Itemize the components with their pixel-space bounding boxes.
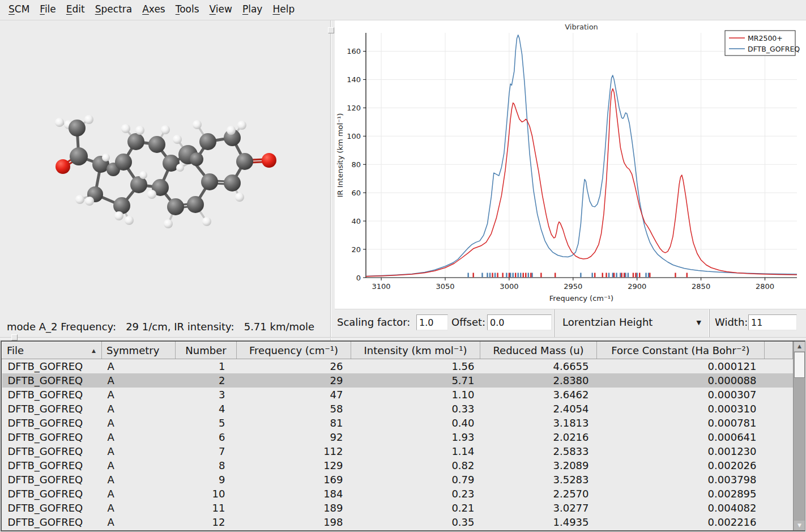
scaling-factor-input[interactable] <box>416 314 448 330</box>
column-header-symmetry[interactable]: Symmetry <box>102 342 176 359</box>
hydrogen-atom[interactable] <box>55 118 64 127</box>
table-row[interactable]: DFTB_GOFREQA121980.351.49350.002216 <box>2 515 793 529</box>
hydrogen-atom[interactable] <box>173 135 182 144</box>
oxygen-atom[interactable] <box>262 153 276 168</box>
mode-stick[interactable] <box>530 273 531 278</box>
hydrogen-atom[interactable] <box>227 126 236 135</box>
column-header-number[interactable]: Number <box>176 342 237 359</box>
mode-stick[interactable] <box>628 273 629 278</box>
mode-stick[interactable] <box>487 273 488 278</box>
hydrogen-atom[interactable] <box>161 125 170 134</box>
mode-stick[interactable] <box>648 273 649 278</box>
mode-stick[interactable] <box>580 273 581 278</box>
vertical-pane-sash[interactable] <box>327 20 335 341</box>
mode-stick[interactable] <box>531 273 532 278</box>
mode-stick[interactable] <box>613 273 615 278</box>
mode-stick[interactable] <box>518 273 519 278</box>
molecule-viewport[interactable]: mode A_2 Frequency: 29 1/cm, IR intensit… <box>0 20 327 340</box>
carbon-atom[interactable] <box>190 152 203 166</box>
hydrogen-atom[interactable] <box>147 190 156 199</box>
mode-stick[interactable] <box>472 273 474 278</box>
menu-item-play[interactable]: Play <box>237 0 267 18</box>
width-input[interactable] <box>748 314 797 330</box>
molecule-3d-model[interactable] <box>0 20 327 318</box>
mode-stick[interactable] <box>520 273 521 278</box>
mode-stick[interactable] <box>645 273 646 278</box>
sash-grip-icon[interactable] <box>328 27 334 33</box>
mode-stick[interactable] <box>637 273 638 278</box>
table-row[interactable]: DFTB_GOFREQA5810.403.18130.000781 <box>2 416 793 430</box>
menu-item-axes[interactable]: Axes <box>137 0 170 18</box>
scrollbar-thumb[interactable] <box>794 352 805 378</box>
mode-stick[interactable] <box>506 273 507 278</box>
menu-item-help[interactable]: Help <box>267 0 300 18</box>
mode-stick[interactable] <box>594 273 595 278</box>
mode-stick[interactable] <box>523 273 524 278</box>
mode-stick[interactable] <box>616 273 617 278</box>
mode-stick[interactable] <box>621 273 622 278</box>
mode-stick[interactable] <box>612 273 613 278</box>
table-row[interactable]: DFTB_GOFREQA71121.142.58330.001230 <box>2 444 793 458</box>
mode-stick[interactable] <box>675 273 676 278</box>
mode-stick[interactable] <box>620 273 621 278</box>
mode-stick[interactable] <box>635 273 636 278</box>
mode-stick[interactable] <box>492 273 493 278</box>
table-row[interactable]: DFTB_GOFREQA101840.232.25700.002895 <box>2 487 793 501</box>
table-row[interactable]: DFTB_GOFREQA3471.103.64620.000307 <box>2 388 793 402</box>
hydrogen-atom[interactable] <box>114 211 123 220</box>
mode-stick[interactable] <box>555 273 556 278</box>
mode-stick[interactable] <box>525 273 526 278</box>
hydrogen-atom[interactable] <box>135 126 144 135</box>
menu-item-file[interactable]: File <box>35 0 61 18</box>
hydrogen-atom[interactable] <box>125 216 134 225</box>
column-header-frequency[interactable]: Frequency (cm⁻¹) <box>237 342 351 359</box>
mode-stick[interactable] <box>509 273 510 278</box>
mode-stick-marks[interactable] <box>467 273 688 278</box>
column-header-intensity[interactable]: Intensity (km mol⁻¹) <box>351 342 480 359</box>
mode-stick[interactable] <box>591 273 592 278</box>
carbon-atom[interactable] <box>148 136 165 153</box>
hydrogen-atom[interactable] <box>85 197 94 206</box>
carbon-atom[interactable] <box>224 175 241 191</box>
lineshape-dropdown[interactable]: Lorentzian Height ▼ <box>555 309 710 338</box>
table-scrollbar[interactable]: ▲ ▼ <box>793 342 805 530</box>
mode-stick[interactable] <box>515 273 516 278</box>
carbon-atom[interactable] <box>201 173 218 190</box>
spectrum-plot[interactable]: 3100305030002950290028502800020406080100… <box>335 20 806 309</box>
mode-stick[interactable] <box>512 273 513 278</box>
mode-stick[interactable] <box>489 273 491 278</box>
mode-stick[interactable] <box>481 273 483 278</box>
hydrogen-atom[interactable] <box>164 219 173 228</box>
mode-stick[interactable] <box>608 273 609 278</box>
mode-stick[interactable] <box>540 273 541 278</box>
carbon-atom[interactable] <box>199 133 216 150</box>
carbon-atom[interactable] <box>115 154 132 171</box>
hydrogen-atom[interactable] <box>102 154 110 161</box>
table-row-selected[interactable]: DFTB_GOFREQA2295.712.83800.000088 <box>2 373 793 388</box>
sash-grip-icon[interactable] <box>11 334 18 341</box>
table-row[interactable]: DFTB_GOFREQA91690.793.52830.003798 <box>2 473 793 487</box>
hydrogen-atom[interactable] <box>193 120 202 129</box>
hydrogen-atom[interactable] <box>237 121 246 130</box>
menu-item-view[interactable]: View <box>204 0 237 18</box>
hydrogen-atom[interactable] <box>235 193 244 202</box>
column-header-file[interactable]: File▲ <box>2 342 102 359</box>
mode-stick[interactable] <box>497 273 498 278</box>
carbon-atom[interactable] <box>187 196 204 213</box>
hydrogen-atom[interactable] <box>202 217 211 226</box>
hydrogen-atom[interactable] <box>176 164 184 172</box>
table-row[interactable]: DFTB_GOFREQA4580.332.40540.000310 <box>2 402 793 416</box>
column-header-reduced[interactable]: Reduced Mass (u) <box>480 342 597 359</box>
offset-input[interactable] <box>487 314 552 330</box>
carbon-atom[interactable] <box>127 133 144 150</box>
mode-stick[interactable] <box>649 273 650 278</box>
hydrogen-atom[interactable] <box>121 124 130 133</box>
table-row[interactable]: DFTB_GOFREQA81290.823.20890.002026 <box>2 458 793 473</box>
scroll-down-icon[interactable]: ▼ <box>794 521 805 530</box>
mode-stick[interactable] <box>686 273 688 278</box>
mode-stick[interactable] <box>602 273 603 278</box>
mode-stick[interactable] <box>639 273 640 278</box>
carbon-atom[interactable] <box>236 153 253 170</box>
carbon-atom[interactable] <box>167 198 184 215</box>
mode-stick[interactable] <box>625 273 626 278</box>
